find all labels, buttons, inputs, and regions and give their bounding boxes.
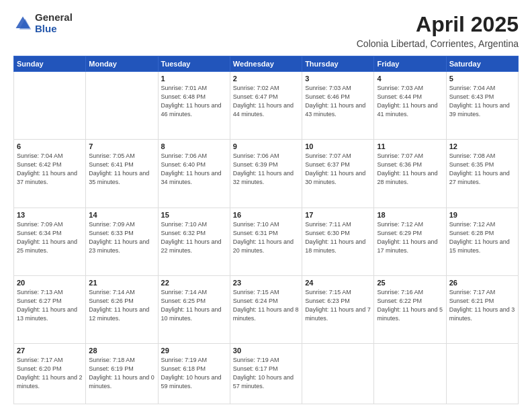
logo-blue: Blue (35, 24, 73, 35)
calendar-header-row: SundayMondayTuesdayWednesdayThursdayFrid… (14, 56, 519, 72)
day-number: 25 (377, 279, 443, 287)
cell-info: Sunrise: 7:10 AM Sunset: 6:32 PM Dayligh… (161, 220, 227, 255)
calendar-cell: 3Sunrise: 7:03 AM Sunset: 6:46 PM Daylig… (302, 72, 374, 140)
cell-info: Sunrise: 7:08 AM Sunset: 6:35 PM Dayligh… (449, 152, 515, 187)
day-number: 5 (449, 75, 515, 83)
day-number: 24 (305, 279, 371, 287)
header: General Blue April 2025 Colonia Libertad… (13, 12, 519, 49)
cell-info: Sunrise: 7:18 AM Sunset: 6:19 PM Dayligh… (89, 356, 154, 391)
logo: General Blue (13, 12, 73, 34)
cell-info: Sunrise: 7:09 AM Sunset: 6:33 PM Dayligh… (89, 220, 154, 255)
cell-info: Sunrise: 7:14 AM Sunset: 6:25 PM Dayligh… (161, 288, 227, 323)
page: General Blue April 2025 Colonia Libertad… (0, 0, 532, 411)
calendar-cell: 22Sunrise: 7:14 AM Sunset: 6:25 PM Dayli… (158, 275, 230, 343)
day-number: 17 (305, 211, 371, 219)
day-number: 12 (449, 142, 515, 150)
day-number: 26 (449, 279, 515, 287)
calendar-cell: 1Sunrise: 7:01 AM Sunset: 6:48 PM Daylig… (158, 72, 230, 140)
day-number: 3 (305, 75, 371, 83)
day-number: 23 (233, 279, 299, 287)
day-number: 4 (377, 75, 443, 83)
calendar-cell: 10Sunrise: 7:07 AM Sunset: 6:37 PM Dayli… (302, 140, 374, 208)
calendar-cell: 7Sunrise: 7:05 AM Sunset: 6:41 PM Daylig… (86, 140, 158, 208)
cell-info: Sunrise: 7:19 AM Sunset: 6:17 PM Dayligh… (233, 356, 299, 391)
cell-info: Sunrise: 7:12 AM Sunset: 6:28 PM Dayligh… (449, 220, 515, 255)
calendar-cell: 16Sunrise: 7:10 AM Sunset: 6:31 PM Dayli… (230, 208, 302, 275)
cell-info: Sunrise: 7:04 AM Sunset: 6:43 PM Dayligh… (449, 84, 515, 119)
calendar-week-row: 27Sunrise: 7:17 AM Sunset: 6:20 PM Dayli… (14, 344, 519, 404)
cell-info: Sunrise: 7:17 AM Sunset: 6:21 PM Dayligh… (449, 288, 515, 323)
calendar-cell: 30Sunrise: 7:19 AM Sunset: 6:17 PM Dayli… (230, 344, 302, 404)
calendar-cell: 28Sunrise: 7:18 AM Sunset: 6:19 PM Dayli… (86, 344, 158, 404)
calendar-week-row: 20Sunrise: 7:13 AM Sunset: 6:27 PM Dayli… (14, 275, 519, 343)
cell-info: Sunrise: 7:05 AM Sunset: 6:41 PM Dayligh… (89, 152, 154, 187)
calendar-week-row: 1Sunrise: 7:01 AM Sunset: 6:48 PM Daylig… (14, 72, 519, 140)
cell-info: Sunrise: 7:07 AM Sunset: 6:36 PM Dayligh… (377, 152, 443, 187)
cell-info: Sunrise: 7:04 AM Sunset: 6:42 PM Dayligh… (17, 152, 83, 187)
cell-info: Sunrise: 7:06 AM Sunset: 6:40 PM Dayligh… (161, 152, 227, 187)
day-number: 20 (17, 279, 83, 287)
calendar-cell: 24Sunrise: 7:15 AM Sunset: 6:23 PM Dayli… (302, 275, 374, 343)
cell-info: Sunrise: 7:17 AM Sunset: 6:20 PM Dayligh… (17, 356, 83, 391)
calendar-cell: 12Sunrise: 7:08 AM Sunset: 6:35 PM Dayli… (446, 140, 518, 208)
calendar-day-header: Tuesday (158, 56, 230, 72)
cell-info: Sunrise: 7:01 AM Sunset: 6:48 PM Dayligh… (161, 84, 227, 119)
title-location: Colonia Libertad, Corrientes, Argentina (357, 38, 519, 49)
title-block: April 2025 Colonia Libertad, Corrientes,… (357, 12, 519, 49)
day-number: 8 (161, 142, 227, 150)
day-number: 19 (449, 211, 515, 219)
day-number: 10 (305, 142, 371, 150)
logo-text: General Blue (35, 12, 73, 34)
calendar-cell: 27Sunrise: 7:17 AM Sunset: 6:20 PM Dayli… (14, 344, 86, 404)
day-number: 28 (89, 347, 154, 355)
logo-general: General (35, 12, 73, 24)
cell-info: Sunrise: 7:10 AM Sunset: 6:31 PM Dayligh… (233, 220, 299, 255)
calendar-table: SundayMondayTuesdayWednesdayThursdayFrid… (13, 56, 519, 404)
cell-info: Sunrise: 7:19 AM Sunset: 6:18 PM Dayligh… (161, 356, 227, 391)
calendar-cell: 11Sunrise: 7:07 AM Sunset: 6:36 PM Dayli… (374, 140, 446, 208)
calendar-cell: 4Sunrise: 7:03 AM Sunset: 6:44 PM Daylig… (374, 72, 446, 140)
day-number: 9 (233, 142, 299, 150)
calendar-cell: 2Sunrise: 7:02 AM Sunset: 6:47 PM Daylig… (230, 72, 302, 140)
day-number: 6 (17, 142, 83, 150)
cell-info: Sunrise: 7:06 AM Sunset: 6:39 PM Dayligh… (233, 152, 299, 187)
day-number: 16 (233, 211, 299, 219)
day-number: 30 (233, 347, 299, 355)
calendar-cell (302, 344, 374, 404)
cell-info: Sunrise: 7:02 AM Sunset: 6:47 PM Dayligh… (233, 84, 299, 119)
cell-info: Sunrise: 7:13 AM Sunset: 6:27 PM Dayligh… (17, 288, 83, 323)
calendar-cell: 26Sunrise: 7:17 AM Sunset: 6:21 PM Dayli… (446, 275, 518, 343)
calendar-cell: 15Sunrise: 7:10 AM Sunset: 6:32 PM Dayli… (158, 208, 230, 275)
calendar-cell: 6Sunrise: 7:04 AM Sunset: 6:42 PM Daylig… (14, 140, 86, 208)
calendar-week-row: 13Sunrise: 7:09 AM Sunset: 6:34 PM Dayli… (14, 208, 519, 275)
day-number: 29 (161, 347, 227, 355)
calendar-cell: 19Sunrise: 7:12 AM Sunset: 6:28 PM Dayli… (446, 208, 518, 275)
cell-info: Sunrise: 7:03 AM Sunset: 6:46 PM Dayligh… (305, 84, 371, 119)
calendar-cell: 13Sunrise: 7:09 AM Sunset: 6:34 PM Dayli… (14, 208, 86, 275)
cell-info: Sunrise: 7:15 AM Sunset: 6:24 PM Dayligh… (233, 288, 299, 323)
cell-info: Sunrise: 7:09 AM Sunset: 6:34 PM Dayligh… (17, 220, 83, 255)
calendar-cell: 9Sunrise: 7:06 AM Sunset: 6:39 PM Daylig… (230, 140, 302, 208)
calendar-cell (374, 344, 446, 404)
calendar-day-header: Friday (374, 56, 446, 72)
day-number: 27 (17, 347, 83, 355)
logo-icon (13, 14, 32, 33)
day-number: 15 (161, 211, 227, 219)
day-number: 2 (233, 75, 299, 83)
calendar-cell (446, 344, 518, 404)
title-month: April 2025 (357, 12, 519, 37)
cell-info: Sunrise: 7:12 AM Sunset: 6:29 PM Dayligh… (377, 220, 443, 255)
calendar-cell: 14Sunrise: 7:09 AM Sunset: 6:33 PM Dayli… (86, 208, 158, 275)
calendar-cell: 29Sunrise: 7:19 AM Sunset: 6:18 PM Dayli… (158, 344, 230, 404)
cell-info: Sunrise: 7:11 AM Sunset: 6:30 PM Dayligh… (305, 220, 371, 255)
calendar-cell: 23Sunrise: 7:15 AM Sunset: 6:24 PM Dayli… (230, 275, 302, 343)
calendar-cell (86, 72, 158, 140)
calendar-day-header: Saturday (446, 56, 518, 72)
cell-info: Sunrise: 7:03 AM Sunset: 6:44 PM Dayligh… (377, 84, 443, 119)
calendar-cell: 20Sunrise: 7:13 AM Sunset: 6:27 PM Dayli… (14, 275, 86, 343)
day-number: 11 (377, 142, 443, 150)
day-number: 7 (89, 142, 154, 150)
calendar-day-header: Thursday (302, 56, 374, 72)
day-number: 13 (17, 211, 83, 219)
day-number: 1 (161, 75, 227, 83)
